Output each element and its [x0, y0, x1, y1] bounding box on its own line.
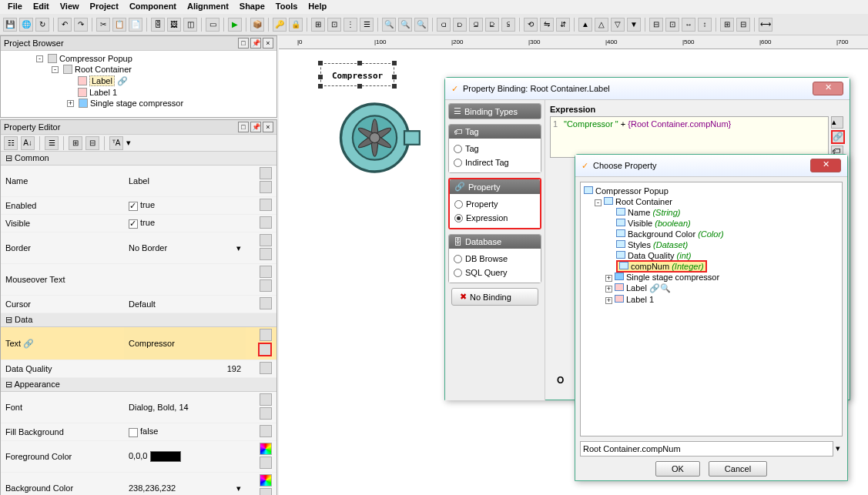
option-expression[interactable]: Expression — [453, 211, 537, 225]
prop-value[interactable]: 192 — [124, 360, 246, 378]
order-forward-icon[interactable]: △ — [595, 18, 608, 32]
sort-icon[interactable]: A↓ — [21, 136, 35, 150]
expand-icon[interactable]: + — [605, 286, 612, 293]
group-icon[interactable]: ⊞ — [720, 18, 734, 32]
expand-icon[interactable]: - — [52, 66, 59, 73]
globe-icon[interactable]: 🌐 — [19, 18, 33, 32]
property-tree[interactable]: Compressor Popup -Root Container Name (S… — [580, 182, 843, 436]
bind-icon[interactable] — [260, 279, 272, 292]
close-button[interactable]: ✕ — [813, 82, 843, 95]
bind-icon[interactable] — [260, 362, 272, 374]
panel-pin-icon[interactable]: 📌 — [250, 38, 261, 48]
collapse-icon[interactable]: ⊟ — [5, 153, 12, 162]
tree-item[interactable]: Name — [628, 208, 650, 217]
flip-h-icon[interactable]: ⇋ — [540, 18, 554, 32]
prop-value[interactable]: false — [124, 423, 246, 441]
resize-handle[interactable] — [318, 61, 323, 65]
zoom-in-icon[interactable]: 🔍 — [382, 18, 396, 32]
bind-button[interactable] — [258, 343, 272, 356]
expand-icon[interactable]: + — [67, 100, 74, 107]
align-top-icon[interactable]: ⫒ — [485, 18, 499, 32]
menu-file[interactable]: File — [3, 1, 27, 13]
menu-alignment[interactable]: Alignment — [183, 1, 233, 13]
ungroup-icon[interactable]: ⊟ — [736, 18, 750, 32]
grid-icon[interactable]: ⊞ — [311, 18, 325, 32]
option-db-browse[interactable]: DB Browse — [452, 252, 538, 266]
align-center-icon[interactable]: ⫐ — [453, 18, 467, 32]
cancel-button[interactable]: Cancel — [709, 461, 767, 477]
menu-view[interactable]: View — [55, 1, 84, 13]
zoom-out-icon[interactable]: 🔍 — [398, 18, 412, 32]
component-icon[interactable]: ◫ — [183, 18, 197, 32]
edit-icon[interactable] — [260, 329, 272, 341]
prop-value[interactable]: 0,0,0 — [124, 441, 246, 473]
resize-handle[interactable] — [392, 61, 397, 65]
guides-icon[interactable]: ⋮ — [344, 18, 357, 32]
project-tree[interactable]: -Compressor Popup -Root Container Label … — [1, 51, 276, 117]
prop-value[interactable]: true — [124, 197, 246, 215]
prop-value[interactable]: No Border ▾ — [124, 232, 246, 264]
prop-value[interactable]: Default — [124, 296, 246, 313]
option-sql-query[interactable]: SQL Query — [452, 266, 538, 279]
size-icon[interactable]: ⟷ — [759, 18, 772, 32]
section-data[interactable]: ⊟ Data — [1, 313, 276, 327]
collapse-icon[interactable]: ⊟ — [5, 315, 12, 324]
expand-icon[interactable]: + — [605, 275, 612, 282]
prop-value[interactable]: 238,236,232 ▾ — [124, 473, 246, 496]
menu-help[interactable]: Help — [303, 1, 331, 13]
panel-close-icon[interactable]: × — [263, 122, 273, 132]
order-back-icon[interactable]: ▼ — [627, 18, 641, 32]
bind-icon[interactable] — [260, 181, 272, 193]
bind-icon[interactable] — [260, 297, 272, 309]
bind-icon[interactable] — [260, 248, 272, 260]
save-icon[interactable]: 💾 — [3, 18, 17, 32]
collapse-icon[interactable]: - — [595, 199, 602, 206]
tree-item[interactable]: Data Quality — [628, 251, 675, 260]
panel-restore-icon[interactable]: □ — [238, 38, 249, 48]
option-property[interactable]: Property — [453, 197, 537, 211]
snap-icon[interactable]: ⊡ — [327, 18, 341, 32]
menu-shape[interactable]: Shape — [235, 1, 270, 13]
copy-icon[interactable]: 📋 — [112, 18, 126, 32]
option-tag[interactable]: Tag — [452, 142, 538, 156]
filter-icon[interactable]: ☰ — [45, 136, 59, 150]
option-indirect-tag[interactable]: Indirect Tag — [452, 156, 538, 169]
key-icon[interactable]: 🔑 — [273, 18, 287, 32]
bind-icon[interactable] — [260, 407, 272, 420]
menu-project[interactable]: Project — [85, 1, 123, 13]
resize-handle[interactable] — [357, 61, 362, 65]
menu-edit[interactable]: Edit — [28, 1, 54, 13]
panel-close-icon[interactable]: × — [263, 38, 273, 48]
tree-item-selected[interactable]: Label — [89, 75, 115, 86]
order-backward-icon[interactable]: ▽ — [611, 18, 625, 32]
align-right-icon[interactable]: ⫑ — [469, 18, 483, 32]
menu-component[interactable]: Component — [125, 1, 181, 13]
refresh-icon[interactable]: ↻ — [35, 18, 49, 32]
window-icon[interactable]: ▭ — [206, 18, 220, 32]
align-middle-icon[interactable]: ⫓ — [501, 18, 515, 32]
categorized-icon[interactable]: ☷ — [4, 136, 18, 150]
section-appearance[interactable]: ⊟ Appearance — [1, 378, 276, 392]
cut-icon[interactable]: ✂ — [96, 18, 110, 32]
play-icon[interactable]: ▶ — [228, 18, 242, 32]
redo-icon[interactable]: ↷ — [74, 18, 88, 32]
flip-v-icon[interactable]: ⇵ — [556, 18, 570, 32]
package-icon[interactable]: 📦 — [250, 18, 264, 32]
tree-item-label[interactable]: Label 1 — [89, 88, 117, 97]
tree-item-label[interactable]: Single stage compressor — [90, 99, 183, 108]
edit-icon[interactable] — [260, 234, 272, 246]
tree-item[interactable]: Label — [626, 283, 647, 293]
compressor-component[interactable] — [337, 95, 421, 180]
resize-handle[interactable] — [392, 75, 397, 79]
paste-icon[interactable]: 📄 — [129, 18, 142, 32]
prop-value[interactable]: Label — [124, 166, 246, 197]
distribute-v-icon[interactable]: ⊡ — [665, 18, 679, 32]
bind-icon[interactable] — [260, 216, 272, 229]
collapse-icon[interactable]: ⊟ — [5, 380, 12, 389]
font-tool-icon[interactable]: ᵀA — [109, 136, 123, 150]
collapse-all-icon[interactable]: ⊟ — [85, 136, 99, 150]
bind-icon[interactable] — [260, 457, 272, 469]
resize-handle[interactable] — [318, 75, 323, 79]
resize-handle[interactable] — [392, 84, 397, 89]
prop-value[interactable] — [124, 264, 246, 296]
